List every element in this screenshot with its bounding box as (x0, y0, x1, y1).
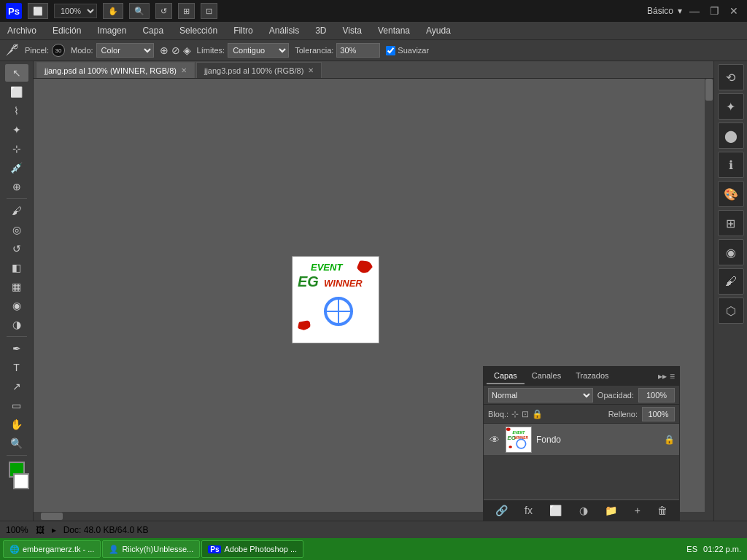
tab-2[interactable]: jjang3.psd al 100% (RGB/8) ✕ (196, 62, 322, 78)
task-riicky-label: Riicky(h)Unblesse... (122, 545, 193, 553)
adjustments-panel-btn[interactable]: ✦ (718, 93, 744, 120)
zoom-selector[interactable]: 100%50%200% (54, 4, 97, 18)
menu-analisis[interactable]: Análisis (266, 24, 302, 37)
menu-capa[interactable]: Capa (139, 24, 166, 37)
tolerance-input[interactable]: 30% (336, 43, 380, 58)
close-button[interactable]: ✕ (727, 5, 741, 17)
layers-tab-capas[interactable]: Capas (487, 368, 525, 384)
icon-btn-1[interactable]: ⬜ (28, 3, 48, 19)
brush-presets-btn[interactable]: 🖌 (718, 268, 744, 295)
task-photoshop[interactable]: Ps Adobe Photoshop ... (201, 540, 303, 558)
v-scrollbar-thumb[interactable] (705, 79, 713, 101)
rotate-tool[interactable]: ↺ (155, 3, 172, 19)
menu-filtro[interactable]: Filtro (231, 24, 256, 37)
adjust-icon[interactable]: ◑ (576, 503, 591, 518)
fx-icon[interactable]: fx (522, 503, 535, 518)
blur-tool[interactable]: ◉ (5, 297, 28, 314)
status-arrow-icon[interactable]: ▸ (52, 525, 56, 535)
sample-icon2[interactable]: ⊘ (171, 44, 180, 56)
arrange-tool[interactable]: ⊞ (178, 3, 195, 19)
dodge-tool[interactable]: ◑ (5, 316, 28, 333)
styles-panel-btn[interactable]: ⊞ (718, 210, 744, 236)
toolbar-separator-3 (7, 455, 27, 456)
mode-select[interactable]: ColorTonoSaturación (96, 43, 154, 58)
clone-tool[interactable]: ◎ (5, 221, 28, 238)
pen-tool[interactable]: ✒ (5, 340, 28, 357)
menu-3d[interactable]: 3D (312, 24, 329, 37)
tab-2-close[interactable]: ✕ (308, 66, 314, 74)
new-layer-icon[interactable]: + (632, 503, 643, 518)
history-panel-btn[interactable]: ⟲ (718, 64, 744, 90)
folder-icon[interactable]: 📁 (602, 503, 620, 518)
layers-tab-trazados[interactable]: Trazados (568, 368, 616, 384)
menu-seleccion[interactable]: Selección (177, 24, 220, 37)
lock-px-icon[interactable]: ⊡ (522, 409, 529, 419)
task-embergamerz-label: embergamerz.tk - ... (23, 545, 94, 553)
maximize-button[interactable]: ❐ (707, 5, 722, 17)
navigator-btn[interactable]: ⬡ (718, 298, 744, 324)
lasso-tool[interactable]: ⌇ (5, 102, 28, 120)
mask-icon[interactable]: ⬜ (546, 503, 565, 518)
menu-imagen[interactable]: Imagen (94, 24, 129, 37)
status-thumb-icon: 🖼 (36, 525, 44, 535)
view-tool[interactable]: ⊡ (201, 3, 217, 19)
zoom-tool-left[interactable]: 🔍 (5, 435, 28, 452)
opacity-input[interactable]: 100% (638, 388, 675, 402)
gradient-tool[interactable]: ▦ (5, 278, 28, 295)
smooth-checkbox[interactable] (386, 46, 395, 55)
eraser-tool[interactable]: ◧ (5, 259, 28, 276)
link-icon[interactable]: 🔗 (492, 503, 511, 518)
toolbar-separator-1 (7, 198, 27, 199)
menu-archivo[interactable]: Archivo (4, 24, 39, 37)
healing-tool[interactable]: ⊕ (5, 178, 28, 195)
mode-dropdown-icon[interactable]: ▾ (678, 6, 682, 16)
menu-edicion[interactable]: Edición (50, 24, 84, 37)
info-panel-btn[interactable]: ℹ (718, 152, 744, 178)
history-tool[interactable]: ↺ (5, 240, 28, 257)
layers-menu-icon[interactable]: ≡ (670, 371, 675, 381)
sample-icon3[interactable]: ◈ (183, 44, 191, 56)
crop-tool[interactable]: ⊹ (5, 140, 28, 158)
layer-visibility-icon[interactable]: 👁 (488, 434, 501, 446)
task-embergamerz[interactable]: 🌐 embergamerz.tk - ... (3, 540, 101, 558)
layers-tab-canales[interactable]: Canales (525, 368, 568, 384)
limits-select[interactable]: ContiguoDiscontinuo (228, 43, 289, 58)
blend-mode-select[interactable]: Normal (488, 388, 593, 402)
path-tool[interactable]: ↗ (5, 378, 28, 395)
tab-1[interactable]: jjang.psd al 100% (WINNER, RGB/8) ✕ (36, 62, 195, 78)
h-scrollbar-thumb[interactable] (41, 513, 63, 520)
menu-vista[interactable]: Vista (340, 24, 365, 37)
shape-tool[interactable]: ▭ (5, 397, 28, 414)
brush-tool[interactable]: 🖌 (5, 202, 28, 219)
eg-text: EG (298, 273, 319, 290)
delete-layer-icon[interactable]: 🗑 (654, 503, 670, 518)
marquee-tool[interactable]: ⬜ (5, 83, 28, 101)
menu-ventana[interactable]: Ventana (375, 24, 413, 37)
clone-source-btn[interactable]: ◉ (718, 239, 744, 265)
type-tool[interactable]: T (5, 359, 28, 376)
minimize-button[interactable]: — (686, 5, 703, 17)
hand-tool-left[interactable]: ✋ (5, 416, 28, 433)
swatches-panel-btn[interactable]: 🎨 (718, 181, 744, 207)
task-riicky[interactable]: 👤 Riicky(h)Unblesse... (102, 540, 200, 558)
tab-1-close[interactable]: ✕ (181, 66, 187, 74)
move-tool[interactable]: ↖ (5, 64, 28, 82)
sample-icon[interactable]: ⊕ (160, 44, 169, 56)
brush-picker[interactable]: 30 (52, 44, 65, 57)
lock-all-icon[interactable]: 🔒 (532, 409, 543, 419)
svg-text:EVENT: EVENT (513, 429, 526, 434)
layers-expand-icon[interactable]: ▸▸ (658, 371, 667, 381)
background-color[interactable] (13, 473, 29, 489)
menu-ayuda[interactable]: Ayuda (423, 24, 454, 37)
eyedropper-tool[interactable]: 💉 (5, 159, 28, 176)
task-riicky-icon: 👤 (109, 545, 119, 554)
zoom-tool[interactable]: 🔍 (129, 3, 150, 19)
masks-panel-btn[interactable]: ⬤ (718, 122, 744, 149)
hand-tool[interactable]: ✋ (103, 3, 123, 19)
wand-tool[interactable]: ✦ (5, 121, 28, 139)
layers-fill-bar: Bloq.: ⊹ ⊡ 🔒 Relleno: 100% (484, 405, 679, 424)
v-scrollbar[interactable] (705, 79, 713, 521)
relleno-input[interactable]: 100% (642, 407, 675, 421)
layer-fondo[interactable]: 👁 EVENT EG WINNER Fondo 🔒 (484, 424, 679, 456)
lock-pos-icon[interactable]: ⊹ (511, 409, 519, 419)
